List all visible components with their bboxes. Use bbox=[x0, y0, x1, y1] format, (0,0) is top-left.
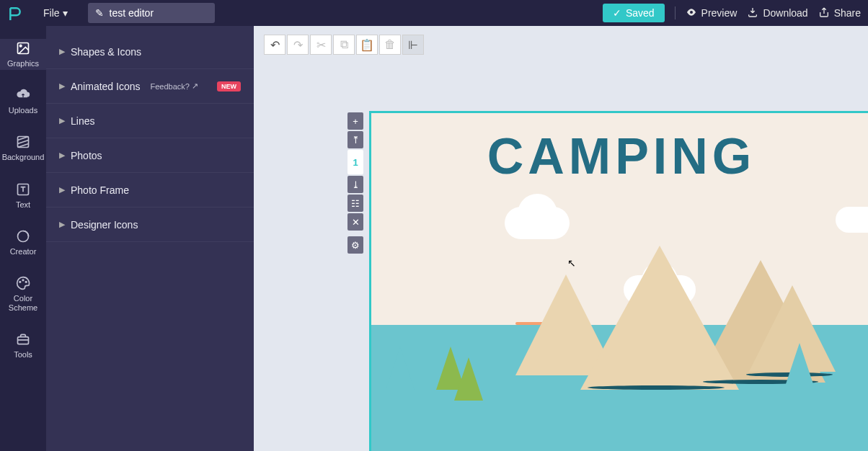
canvas-area: ↶ ↷ ✂ ⧉ 📋 🗑 ⊩ + ⤒ 1 ⤓ ☷ ✕ ⚙ CAMPING bbox=[254, 26, 868, 451]
panel-item-shapes-icons[interactable]: ▶ Shapes & Icons bbox=[46, 35, 254, 69]
panel-item-label: Designer Icons bbox=[71, 219, 138, 231]
snap-button[interactable]: ⊩ bbox=[402, 35, 424, 55]
tree-shape[interactable] bbox=[785, 343, 814, 386]
share-label: Share bbox=[834, 7, 861, 19]
delete-page-button[interactable]: ✕ bbox=[347, 213, 363, 231]
share-button[interactable]: Share bbox=[818, 6, 861, 20]
copy-icon: ⧉ bbox=[340, 38, 348, 51]
sidebar-item-color-scheme[interactable]: Color Scheme bbox=[0, 274, 46, 314]
file-menu[interactable]: File ▾ bbox=[43, 7, 68, 19]
add-page-button[interactable]: + bbox=[347, 112, 363, 130]
feedback-link[interactable]: Feedback? ↗ bbox=[151, 81, 198, 91]
panel-item-label: Photos bbox=[71, 150, 102, 161]
panel-item-lines[interactable]: ▶ Lines bbox=[46, 104, 254, 138]
preview-button[interactable]: Preview bbox=[686, 6, 738, 20]
sidebar-item-uploads[interactable]: Uploads bbox=[0, 86, 46, 117]
toolbar: ↶ ↷ ✂ ⧉ 📋 🗑 ⊩ bbox=[264, 35, 424, 55]
panel-item-photos[interactable]: ▶ Photos bbox=[46, 138, 254, 173]
panel-item-label: Photo Frame bbox=[71, 184, 129, 196]
panel-item-label: Lines bbox=[71, 115, 94, 127]
creator-icon bbox=[15, 228, 31, 244]
svg-point-7 bbox=[25, 281, 27, 282]
document-title-value: test editor bbox=[110, 7, 154, 19]
cloud-shape[interactable] bbox=[836, 207, 868, 233]
saved-label: Saved bbox=[626, 7, 655, 19]
sidebar-item-label: Graphics bbox=[7, 59, 39, 68]
divider bbox=[675, 6, 676, 19]
mouse-cursor-icon: ↖ bbox=[567, 257, 576, 269]
cut-button[interactable]: ✂ bbox=[310, 35, 332, 55]
gear-icon: ⚙ bbox=[351, 240, 360, 251]
redo-button[interactable]: ↷ bbox=[287, 35, 309, 55]
preview-label: Preview bbox=[701, 7, 738, 19]
move-page-down-button[interactable]: ⤓ bbox=[347, 176, 363, 193]
plus-icon: + bbox=[353, 116, 358, 127]
snap-icon: ⊩ bbox=[408, 38, 418, 52]
svg-point-1 bbox=[19, 45, 22, 46]
page-number-indicator[interactable]: 1 bbox=[347, 150, 363, 174]
graphics-panel: ▶ Shapes & Icons ▶ Animated Icons Feedba… bbox=[46, 26, 254, 451]
canvas-heading-text[interactable]: CAMPING bbox=[487, 128, 756, 185]
clipboard-icon: 📋 bbox=[360, 38, 374, 52]
sidebar-item-label: Creator bbox=[10, 247, 37, 256]
panel-item-photo-frame[interactable]: ▶ Photo Frame bbox=[46, 173, 254, 207]
chevron-right-icon: ▶ bbox=[59, 47, 65, 56]
tree-shape[interactable] bbox=[386, 347, 415, 390]
pencil-icon: ✎ bbox=[95, 7, 104, 19]
tree-shape[interactable] bbox=[454, 357, 483, 401]
undo-button[interactable]: ↶ bbox=[264, 35, 285, 55]
text-icon bbox=[15, 182, 31, 197]
app-logo[interactable] bbox=[7, 5, 23, 21]
svg-point-6 bbox=[22, 280, 24, 281]
chevron-right-icon: ▶ bbox=[59, 151, 65, 160]
move-page-up-button[interactable]: ⤒ bbox=[347, 131, 363, 148]
new-badge: NEW bbox=[217, 81, 241, 91]
workspace: Graphics Uploads Background Text Creator… bbox=[0, 26, 868, 451]
sidebar-item-creator[interactable]: Creator bbox=[0, 227, 46, 258]
file-menu-label: File bbox=[43, 7, 60, 19]
download-button[interactable]: Download bbox=[747, 6, 807, 20]
arrow-down-icon: ⤓ bbox=[352, 179, 360, 190]
chevron-right-icon: ▶ bbox=[59, 185, 65, 195]
svg-point-5 bbox=[19, 281, 21, 282]
design-canvas[interactable]: CAMPING ↖ bbox=[369, 111, 868, 451]
page-tools: + ⤒ 1 ⤓ ☷ ✕ ⚙ bbox=[347, 112, 363, 254]
document-title-input[interactable]: ✎ test editor bbox=[88, 3, 215, 23]
panel-item-designer-icons[interactable]: ▶ Designer Icons bbox=[46, 207, 254, 242]
sidebar-item-label: Tools bbox=[14, 350, 32, 360]
toolbox-icon bbox=[15, 331, 31, 347]
delete-button[interactable]: 🗑 bbox=[379, 35, 401, 55]
duplicate-page-button[interactable]: ☷ bbox=[347, 195, 363, 212]
image-icon bbox=[15, 40, 31, 56]
sidebar-item-label: Color Scheme bbox=[0, 294, 46, 313]
panel-item-label: Animated Icons bbox=[71, 81, 141, 92]
mountain-shape[interactable] bbox=[580, 246, 739, 390]
chevron-down-icon: ▾ bbox=[63, 7, 68, 19]
eye-icon bbox=[686, 6, 697, 20]
top-bar: File ▾ ✎ test editor ✓ Saved Preview Dow… bbox=[0, 0, 868, 26]
chevron-right-icon: ▶ bbox=[59, 81, 65, 91]
paste-button[interactable]: 📋 bbox=[356, 35, 378, 55]
close-icon: ✕ bbox=[352, 217, 360, 228]
saved-badge: ✓ Saved bbox=[603, 4, 665, 22]
chevron-right-icon: ▶ bbox=[59, 116, 65, 125]
sidebar-item-text[interactable]: Text bbox=[0, 180, 46, 211]
chevron-right-icon: ▶ bbox=[59, 220, 65, 229]
panel-item-animated-icons[interactable]: ▶ Animated Icons Feedback? ↗ NEW bbox=[46, 69, 254, 104]
sidebar-item-background[interactable]: Background bbox=[0, 133, 46, 164]
download-icon bbox=[747, 6, 758, 20]
sidebar-item-label: Background bbox=[2, 153, 45, 162]
background-icon bbox=[15, 134, 31, 150]
check-icon: ✓ bbox=[613, 7, 621, 19]
sidebar-item-graphics[interactable]: Graphics bbox=[0, 39, 46, 70]
copy-button[interactable]: ⧉ bbox=[333, 35, 355, 55]
cloud-upload-icon bbox=[15, 87, 31, 103]
sidebar-item-tools[interactable]: Tools bbox=[0, 330, 46, 361]
shadow-shape[interactable] bbox=[588, 385, 725, 390]
duplicate-icon: ☷ bbox=[351, 198, 360, 209]
sidebar-item-label: Uploads bbox=[9, 106, 37, 115]
sidebar: Graphics Uploads Background Text Creator… bbox=[0, 26, 46, 451]
cloud-shape[interactable] bbox=[505, 207, 570, 239]
page-settings-button[interactable]: ⚙ bbox=[347, 236, 363, 254]
scissors-icon: ✂ bbox=[316, 38, 326, 52]
